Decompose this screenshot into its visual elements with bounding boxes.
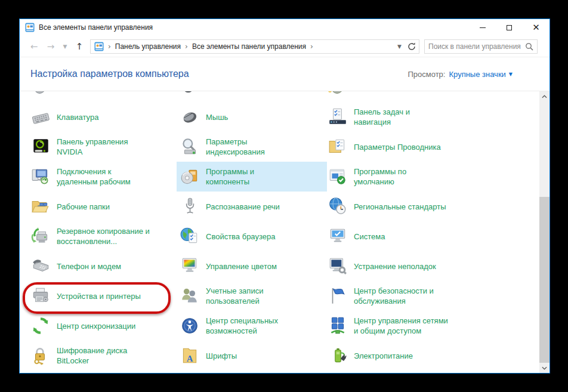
item-label: Подключения к удаленным рабочим	[57, 166, 131, 187]
search-input[interactable]	[428, 42, 525, 51]
control-panel-window: Все элементы панели управления ✕ ← → ▼ ↑…	[19, 18, 550, 374]
breadcrumb-all-items[interactable]: Все элементы панели управления	[192, 42, 306, 51]
breadcrumb-separator-icon: ›	[309, 42, 314, 51]
item-ease-of-access[interactable]: Центр специальных возможностей	[177, 311, 327, 341]
item-label: Шифрование диска BitLocker	[57, 345, 127, 366]
default-programs-icon	[327, 166, 348, 187]
address-dropdown-icon[interactable]: ▼	[395, 44, 404, 50]
control-panel-icon	[94, 42, 104, 51]
item-label: Региональные стандарты	[354, 202, 446, 212]
item-bitlocker[interactable]: Шифрование диска BitLocker	[27, 341, 179, 371]
item-speech-recognition[interactable]: Распознавание речи	[177, 192, 327, 221]
item-label: Шрифты	[206, 351, 237, 361]
item-internet-options[interactable]: Свойства браузера	[177, 221, 327, 251]
page-header: Настройка параметров компьютера Просмотр…	[20, 57, 550, 91]
network-center-icon	[327, 316, 348, 336]
item-label: Свойства браузера	[206, 232, 275, 242]
ease-of-access-icon	[179, 316, 200, 336]
item-label: Электропитание	[354, 351, 413, 361]
work-folders-icon	[30, 196, 51, 217]
item-sync-center[interactable]: Центр синхронизации	[27, 311, 179, 341]
breadcrumb-separator-icon: ›	[107, 42, 112, 51]
item-explorer-options[interactable]: Параметры Проводника	[325, 132, 527, 162]
remote-desktop-icon	[30, 166, 51, 187]
item-label: Распознавание речи	[206, 202, 280, 212]
region-icon	[327, 196, 348, 217]
fonts-icon: A	[179, 345, 200, 366]
items-area: КлавиатураМышьПанель задач и навигацияПа…	[20, 91, 550, 373]
view-mode-dropdown[interactable]: Крупные значки ▼	[449, 70, 513, 79]
breadcrumb-control-panel[interactable]: Панель управления	[115, 42, 181, 51]
page-title: Настройка параметров компьютера	[30, 69, 189, 79]
phone-modem-icon	[30, 256, 51, 276]
item-taskbar[interactable]: Панель задач и навигация	[325, 102, 527, 132]
close-icon: ✕	[532, 23, 540, 32]
item-color-management[interactable]: Управление цветом	[177, 251, 327, 281]
scroll-up-icon[interactable]	[539, 91, 550, 101]
item-system[interactable]: Система	[325, 221, 527, 251]
item-work-folders[interactable]: Рабочие папки	[27, 192, 179, 221]
taskbar-icon	[327, 107, 348, 127]
title-bar: Все элементы панели управления ✕	[20, 19, 550, 36]
items-grid: КлавиатураМышьПанель задач и навигацияПа…	[20, 91, 539, 371]
forward-button[interactable]: →	[45, 41, 57, 52]
maximize-button[interactable]	[496, 19, 523, 36]
item-user-accounts[interactable]: Учетные записи пользователей	[177, 281, 327, 311]
item-label: Мышь	[206, 112, 228, 122]
item-remote-desktop[interactable]: Подключения к удаленным рабочим	[27, 162, 179, 192]
scroll-down-icon[interactable]	[539, 363, 550, 373]
refresh-icon[interactable]	[407, 42, 416, 51]
vertical-scrollbar[interactable]	[539, 91, 550, 373]
maximize-icon	[507, 25, 512, 30]
item-label: Рабочие папки	[57, 202, 110, 212]
view-label: Просмотр:	[408, 70, 445, 79]
devices-printers-icon	[30, 286, 51, 306]
item-label: Система	[354, 232, 385, 242]
item-keyboard[interactable]: Клавиатура	[27, 102, 179, 132]
item-label: Параметры индексирования	[206, 137, 265, 157]
programs-features-icon	[179, 166, 200, 187]
item-label: Параметры Проводника	[354, 142, 441, 152]
item-default-programs[interactable]: Программы по умолчанию	[325, 162, 527, 192]
item-security-center[interactable]: Центр безопасности и обслуживания	[325, 281, 527, 311]
item-label: Центр управления сетями и общим доступом	[354, 316, 448, 336]
item-phone-modem[interactable]: Телефон и модем	[27, 251, 179, 281]
item-fonts[interactable]: AШрифты	[177, 341, 327, 371]
item-power-options[interactable]: Электропитание	[325, 341, 527, 371]
item-mouse[interactable]: Мышь	[177, 102, 327, 132]
security-center-icon	[327, 286, 348, 306]
indexing-options-icon	[179, 137, 200, 157]
item-label: Программы по умолчанию	[354, 166, 406, 187]
explorer-options-icon	[327, 137, 348, 157]
item-label: Панель задач и навигация	[354, 107, 410, 127]
address-bar[interactable]: › Панель управления › Все элементы панел…	[90, 39, 419, 54]
scrollbar-thumb[interactable]	[539, 197, 550, 363]
speech-recognition-icon	[179, 196, 200, 217]
item-programs-features[interactable]: Программы и компоненты	[177, 162, 327, 192]
scrollbar-track[interactable]	[539, 101, 550, 363]
search-icon[interactable]	[525, 42, 533, 51]
item-indexing-options[interactable]: Параметры индексирования	[177, 132, 327, 162]
search-box	[424, 39, 538, 54]
item-label: Центр безопасности и обслуживания	[354, 286, 434, 306]
history-dropdown-icon[interactable]: ▼	[61, 44, 69, 50]
color-management-icon	[179, 256, 200, 276]
item-troubleshooting[interactable]: Устранение неполадок	[325, 251, 527, 281]
back-button[interactable]: ←	[28, 41, 40, 52]
item-backup-restore[interactable]: Резервное копирование и восстановлени...	[27, 221, 179, 251]
item-region[interactable]: Региональные стандарты	[325, 192, 527, 221]
item-nvidia[interactable]: Панель управления NVIDIA	[27, 132, 179, 162]
power-options-icon	[327, 345, 348, 366]
close-button[interactable]: ✕	[523, 19, 550, 36]
item-label: Центр синхронизации	[57, 321, 135, 331]
item-label: Учетные записи пользователей	[206, 286, 263, 306]
minimize-button[interactable]	[469, 19, 496, 36]
item-label: Устройства и принтеры	[57, 291, 141, 301]
item-devices-printers[interactable]: Устройства и принтеры	[27, 281, 179, 311]
item-label: Программы и компоненты	[206, 166, 254, 187]
item-label: Центр специальных возможностей	[206, 316, 278, 336]
up-button[interactable]: ↑	[73, 41, 85, 52]
item-network-center[interactable]: Центр управления сетями и общим доступом	[325, 311, 527, 341]
control-panel-icon	[25, 23, 35, 32]
window-title: Все элементы панели управления	[39, 23, 469, 32]
